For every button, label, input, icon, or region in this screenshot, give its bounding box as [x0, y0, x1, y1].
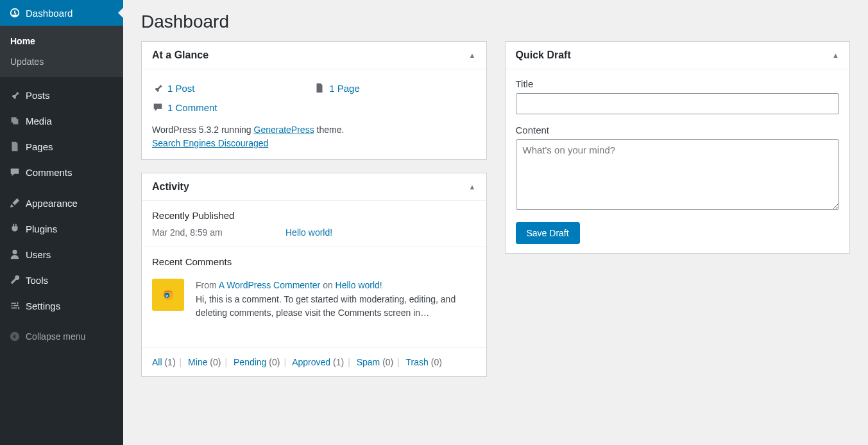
page-title: Dashboard — [141, 0, 850, 41]
collapse-icon — [9, 330, 26, 343]
sidebar-item-label: Posts — [26, 90, 50, 101]
activity-box: Activity ▲ Recently Published Mar 2nd, 8… — [141, 173, 487, 377]
sidebar-item-appearance[interactable]: Appearance — [0, 190, 123, 216]
sidebar-item-label: Comments — [26, 167, 72, 178]
filter-trash[interactable]: Trash — [406, 357, 429, 367]
theme-link[interactable]: GeneratePress — [254, 125, 314, 135]
sidebar-item-users[interactable]: Users — [0, 241, 123, 267]
comments-icon — [9, 166, 26, 179]
at-a-glance-title: At a Glance — [152, 49, 208, 61]
pin-icon — [9, 89, 26, 101]
comment-author-link[interactable]: A WordPress Commenter — [219, 280, 320, 290]
collapse-label: Collapse menu — [26, 331, 85, 342]
sidebar-item-label: Tools — [26, 275, 48, 286]
main-content: Dashboard At a Glance ▲ 1 Post — [123, 0, 868, 445]
collapse-toggle[interactable]: ▲ — [469, 183, 476, 191]
draft-title-input[interactable] — [516, 93, 840, 114]
pages-count-link[interactable]: 1 Page — [329, 83, 360, 94]
published-post-link[interactable]: Hello world! — [285, 227, 332, 238]
pin-icon — [152, 82, 167, 94]
comment-body: From A WordPress Commenter on Hello worl… — [196, 279, 476, 320]
posts-count-link[interactable]: 1 Post — [167, 83, 195, 94]
dashboard-icon — [9, 6, 26, 19]
brush-icon — [9, 196, 26, 209]
recently-published-heading: Recently Published — [152, 210, 476, 227]
collapse-menu-button[interactable]: Collapse menu — [0, 324, 123, 349]
sidebar-item-dashboard[interactable]: Dashboard — [0, 0, 123, 26]
filter-pending[interactable]: Pending — [234, 357, 266, 367]
title-label: Title — [516, 78, 840, 89]
wrench-icon — [9, 274, 26, 286]
comments-count-link[interactable]: 1 Comment — [167, 102, 217, 113]
comment-post-link[interactable]: Hello world! — [336, 280, 382, 290]
draft-content-textarea[interactable] — [516, 139, 840, 210]
activity-title: Activity — [152, 181, 189, 193]
filter-mine[interactable]: Mine — [188, 357, 207, 367]
publish-date: Mar 2nd, 8:59 am — [152, 227, 268, 238]
comments-icon — [152, 101, 167, 113]
content-label: Content — [516, 125, 840, 135]
recent-comments-heading: Recent Comments — [152, 256, 476, 274]
user-icon — [9, 248, 26, 261]
collapse-toggle[interactable]: ▲ — [832, 51, 839, 59]
sidebar-item-label: Users — [26, 249, 51, 260]
sidebar-item-pages[interactable]: Pages — [0, 134, 123, 159]
sidebar-item-label: Plugins — [26, 223, 57, 234]
comment-excerpt: Hi, this is a comment. To get started wi… — [196, 293, 476, 320]
media-icon — [9, 114, 26, 127]
submenu-item-updates[interactable]: Updates — [0, 51, 123, 72]
sidebar-item-tools[interactable]: Tools — [0, 267, 123, 293]
sidebar-item-label: Media — [26, 116, 52, 127]
sidebar-item-label: Appearance — [26, 198, 78, 209]
filter-all[interactable]: All — [152, 357, 162, 367]
avatar: W — [152, 279, 184, 311]
collapse-toggle[interactable]: ▲ — [469, 51, 476, 59]
sidebar-item-label: Pages — [26, 141, 53, 152]
save-draft-button[interactable]: Save Draft — [516, 222, 580, 244]
search-engines-link[interactable]: Search Engines Discouraged — [152, 138, 268, 148]
admin-sidebar: Dashboard Home Updates Posts Media Pages… — [0, 0, 123, 445]
sidebar-item-plugins[interactable]: Plugins — [0, 216, 123, 241]
wordpress-version-text: WordPress 5.3.2 running GeneratePress th… — [152, 123, 476, 150]
pages-icon — [9, 140, 26, 153]
sidebar-item-media[interactable]: Media — [0, 108, 123, 134]
sidebar-item-settings[interactable]: Settings — [0, 293, 123, 318]
submenu-item-home[interactable]: Home — [0, 31, 123, 51]
sidebar-item-posts[interactable]: Posts — [0, 82, 123, 108]
plug-icon — [9, 222, 26, 235]
quick-draft-title: Quick Draft — [516, 49, 571, 61]
filter-approved[interactable]: Approved — [292, 357, 330, 367]
sidebar-submenu: Home Updates — [0, 26, 123, 77]
pages-icon — [314, 82, 329, 94]
filter-spam[interactable]: Spam — [357, 357, 380, 367]
sidebar-item-label: Dashboard — [26, 8, 72, 19]
quick-draft-box: Quick Draft ▲ Title Content Save Draft — [505, 41, 851, 254]
settings-icon — [9, 299, 26, 312]
comment-filters: All (1)| Mine (0)| Pending (0)| Approved… — [142, 347, 486, 376]
sidebar-item-comments[interactable]: Comments — [0, 159, 123, 185]
sidebar-item-label: Settings — [26, 301, 60, 311]
at-a-glance-box: At a Glance ▲ 1 Post 1 Page — [141, 41, 487, 160]
